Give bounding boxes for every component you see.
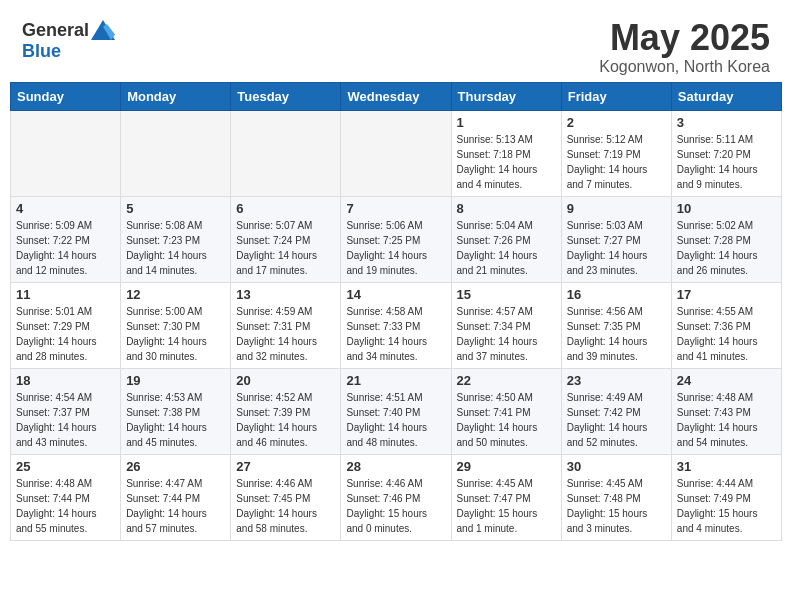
logo-blue-line: Blue <box>22 42 61 60</box>
day-number: 12 <box>126 287 225 302</box>
day-number: 30 <box>567 459 666 474</box>
calendar-cell: 26Sunrise: 4:47 AM Sunset: 7:44 PM Dayli… <box>121 454 231 540</box>
calendar-cell: 7Sunrise: 5:06 AM Sunset: 7:25 PM Daylig… <box>341 196 451 282</box>
weekday-header-tuesday: Tuesday <box>231 82 341 110</box>
calendar-week-5: 25Sunrise: 4:48 AM Sunset: 7:44 PM Dayli… <box>11 454 782 540</box>
day-info: Sunrise: 4:46 AM Sunset: 7:45 PM Dayligh… <box>236 476 335 536</box>
day-info: Sunrise: 4:49 AM Sunset: 7:42 PM Dayligh… <box>567 390 666 450</box>
calendar-cell <box>121 110 231 196</box>
day-number: 9 <box>567 201 666 216</box>
calendar-cell: 29Sunrise: 4:45 AM Sunset: 7:47 PM Dayli… <box>451 454 561 540</box>
day-number: 31 <box>677 459 776 474</box>
weekday-header-sunday: Sunday <box>11 82 121 110</box>
day-info: Sunrise: 5:09 AM Sunset: 7:22 PM Dayligh… <box>16 218 115 278</box>
day-number: 29 <box>457 459 556 474</box>
day-info: Sunrise: 5:01 AM Sunset: 7:29 PM Dayligh… <box>16 304 115 364</box>
day-info: Sunrise: 4:50 AM Sunset: 7:41 PM Dayligh… <box>457 390 556 450</box>
calendar-cell: 10Sunrise: 5:02 AM Sunset: 7:28 PM Dayli… <box>671 196 781 282</box>
day-info: Sunrise: 4:53 AM Sunset: 7:38 PM Dayligh… <box>126 390 225 450</box>
weekday-header-wednesday: Wednesday <box>341 82 451 110</box>
day-info: Sunrise: 4:48 AM Sunset: 7:43 PM Dayligh… <box>677 390 776 450</box>
calendar-cell: 12Sunrise: 5:00 AM Sunset: 7:30 PM Dayli… <box>121 282 231 368</box>
day-number: 21 <box>346 373 445 388</box>
day-number: 17 <box>677 287 776 302</box>
day-info: Sunrise: 4:58 AM Sunset: 7:33 PM Dayligh… <box>346 304 445 364</box>
calendar-cell: 25Sunrise: 4:48 AM Sunset: 7:44 PM Dayli… <box>11 454 121 540</box>
weekday-header-saturday: Saturday <box>671 82 781 110</box>
day-number: 11 <box>16 287 115 302</box>
day-number: 23 <box>567 373 666 388</box>
day-number: 19 <box>126 373 225 388</box>
calendar-header-row: SundayMondayTuesdayWednesdayThursdayFrid… <box>11 82 782 110</box>
calendar-cell: 8Sunrise: 5:04 AM Sunset: 7:26 PM Daylig… <box>451 196 561 282</box>
calendar-cell: 15Sunrise: 4:57 AM Sunset: 7:34 PM Dayli… <box>451 282 561 368</box>
day-number: 28 <box>346 459 445 474</box>
page-subtitle: Kogonwon, North Korea <box>599 58 770 76</box>
day-info: Sunrise: 4:45 AM Sunset: 7:48 PM Dayligh… <box>567 476 666 536</box>
day-number: 24 <box>677 373 776 388</box>
day-number: 8 <box>457 201 556 216</box>
calendar-cell <box>231 110 341 196</box>
calendar-week-3: 11Sunrise: 5:01 AM Sunset: 7:29 PM Dayli… <box>11 282 782 368</box>
day-number: 26 <box>126 459 225 474</box>
day-info: Sunrise: 4:47 AM Sunset: 7:44 PM Dayligh… <box>126 476 225 536</box>
calendar-cell: 4Sunrise: 5:09 AM Sunset: 7:22 PM Daylig… <box>11 196 121 282</box>
day-number: 7 <box>346 201 445 216</box>
calendar-week-2: 4Sunrise: 5:09 AM Sunset: 7:22 PM Daylig… <box>11 196 782 282</box>
weekday-header-friday: Friday <box>561 82 671 110</box>
day-number: 27 <box>236 459 335 474</box>
calendar-cell: 27Sunrise: 4:46 AM Sunset: 7:45 PM Dayli… <box>231 454 341 540</box>
day-number: 20 <box>236 373 335 388</box>
calendar-week-4: 18Sunrise: 4:54 AM Sunset: 7:37 PM Dayli… <box>11 368 782 454</box>
calendar-cell: 17Sunrise: 4:55 AM Sunset: 7:36 PM Dayli… <box>671 282 781 368</box>
calendar-cell: 2Sunrise: 5:12 AM Sunset: 7:19 PM Daylig… <box>561 110 671 196</box>
calendar-cell: 24Sunrise: 4:48 AM Sunset: 7:43 PM Dayli… <box>671 368 781 454</box>
calendar-cell: 11Sunrise: 5:01 AM Sunset: 7:29 PM Dayli… <box>11 282 121 368</box>
day-number: 15 <box>457 287 556 302</box>
title-block: May 2025 Kogonwon, North Korea <box>599 18 770 76</box>
calendar-cell: 16Sunrise: 4:56 AM Sunset: 7:35 PM Dayli… <box>561 282 671 368</box>
day-info: Sunrise: 4:46 AM Sunset: 7:46 PM Dayligh… <box>346 476 445 536</box>
logo-text: General <box>22 18 115 42</box>
day-number: 4 <box>16 201 115 216</box>
logo-general: General <box>22 21 89 39</box>
page-title: May 2025 <box>599 18 770 58</box>
calendar-cell: 31Sunrise: 4:44 AM Sunset: 7:49 PM Dayli… <box>671 454 781 540</box>
logo: General Blue <box>22 18 115 60</box>
day-number: 3 <box>677 115 776 130</box>
day-info: Sunrise: 4:45 AM Sunset: 7:47 PM Dayligh… <box>457 476 556 536</box>
day-number: 14 <box>346 287 445 302</box>
day-info: Sunrise: 4:59 AM Sunset: 7:31 PM Dayligh… <box>236 304 335 364</box>
day-info: Sunrise: 5:00 AM Sunset: 7:30 PM Dayligh… <box>126 304 225 364</box>
weekday-header-thursday: Thursday <box>451 82 561 110</box>
day-info: Sunrise: 4:51 AM Sunset: 7:40 PM Dayligh… <box>346 390 445 450</box>
calendar-cell: 3Sunrise: 5:11 AM Sunset: 7:20 PM Daylig… <box>671 110 781 196</box>
day-info: Sunrise: 5:07 AM Sunset: 7:24 PM Dayligh… <box>236 218 335 278</box>
calendar-cell: 14Sunrise: 4:58 AM Sunset: 7:33 PM Dayli… <box>341 282 451 368</box>
day-info: Sunrise: 5:04 AM Sunset: 7:26 PM Dayligh… <box>457 218 556 278</box>
day-info: Sunrise: 4:54 AM Sunset: 7:37 PM Dayligh… <box>16 390 115 450</box>
day-info: Sunrise: 4:56 AM Sunset: 7:35 PM Dayligh… <box>567 304 666 364</box>
day-number: 16 <box>567 287 666 302</box>
day-number: 5 <box>126 201 225 216</box>
day-number: 13 <box>236 287 335 302</box>
day-number: 6 <box>236 201 335 216</box>
calendar-cell: 18Sunrise: 4:54 AM Sunset: 7:37 PM Dayli… <box>11 368 121 454</box>
page-header: General Blue May 2025 Kogonwon, North Ko… <box>10 10 782 82</box>
day-number: 25 <box>16 459 115 474</box>
day-info: Sunrise: 5:11 AM Sunset: 7:20 PM Dayligh… <box>677 132 776 192</box>
logo-blue: Blue <box>22 42 61 60</box>
day-info: Sunrise: 5:02 AM Sunset: 7:28 PM Dayligh… <box>677 218 776 278</box>
calendar-cell: 22Sunrise: 4:50 AM Sunset: 7:41 PM Dayli… <box>451 368 561 454</box>
calendar-cell: 1Sunrise: 5:13 AM Sunset: 7:18 PM Daylig… <box>451 110 561 196</box>
calendar-cell: 13Sunrise: 4:59 AM Sunset: 7:31 PM Dayli… <box>231 282 341 368</box>
calendar-cell <box>341 110 451 196</box>
calendar-cell: 28Sunrise: 4:46 AM Sunset: 7:46 PM Dayli… <box>341 454 451 540</box>
day-number: 1 <box>457 115 556 130</box>
day-info: Sunrise: 4:44 AM Sunset: 7:49 PM Dayligh… <box>677 476 776 536</box>
logo-icon <box>91 18 115 42</box>
calendar-cell: 21Sunrise: 4:51 AM Sunset: 7:40 PM Dayli… <box>341 368 451 454</box>
weekday-header-monday: Monday <box>121 82 231 110</box>
calendar-cell <box>11 110 121 196</box>
calendar-cell: 23Sunrise: 4:49 AM Sunset: 7:42 PM Dayli… <box>561 368 671 454</box>
